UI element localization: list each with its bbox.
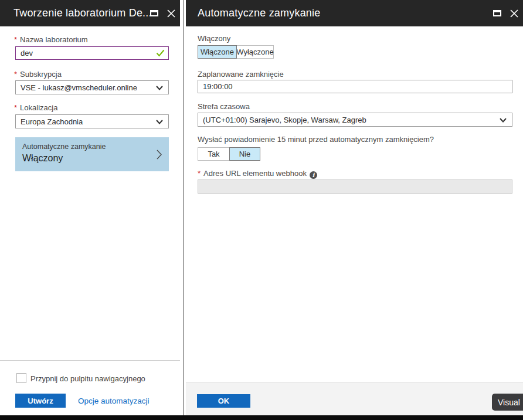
pin-to-dashboard-checkbox[interactable] (16, 373, 26, 383)
maximize-icon[interactable] (493, 10, 501, 16)
enabled-label: Włączony (198, 34, 230, 43)
lab-name-label: *Nazwa laboratorium (14, 35, 88, 44)
blade-divider (183, 0, 184, 416)
create-lab-blade-title: Tworzenie laboratorium De... (0, 7, 150, 19)
left-footer-divider (0, 360, 180, 361)
location-label: *Lokalizacja (14, 103, 57, 112)
notification-yes-option[interactable]: Tak (198, 147, 230, 161)
webhook-url-input (198, 179, 512, 194)
timezone-value: (UTC+01:00) Sarajevo, Skopje, Warsaw, Za… (203, 116, 366, 124)
valid-check-icon (156, 49, 165, 57)
bottom-bar (0, 415, 523, 420)
autoshutdown-blade-header: Automatyczne zamykanie (186, 0, 523, 26)
notification-label: Wysłać powiadomienie 15 minut przed auto… (198, 135, 434, 144)
enabled-off-option[interactable]: Wyłączone (236, 45, 274, 59)
chevron-down-icon (156, 86, 163, 90)
autoshutdown-blade: Automatyczne zamykanie Włączony Włączone… (186, 0, 523, 420)
maximize-icon[interactable] (150, 10, 158, 16)
screen: Tworzenie laboratorium De... *Nazwa labo… (0, 0, 523, 420)
right-blade-footer: OK (186, 382, 523, 416)
enabled-on-option[interactable]: Włączone (198, 45, 237, 59)
create-lab-blade: Tworzenie laboratorium De... *Nazwa labo… (0, 0, 180, 420)
autoshutdown-blade-title: Automatyczne zamykanie (186, 7, 321, 19)
chevron-down-icon (500, 118, 507, 123)
location-select[interactable]: Europa Zachodnia (15, 114, 169, 128)
timezone-label: Strefa czasowa (198, 102, 250, 111)
notification-no-option[interactable]: Nie (229, 147, 260, 161)
chevron-right-icon (157, 150, 162, 160)
scheduled-shutdown-input[interactable] (198, 80, 512, 93)
create-lab-header-icons (150, 9, 180, 18)
lab-name-input[interactable] (15, 46, 169, 60)
notification-toggle: Tak Nie (198, 147, 260, 161)
required-asterisk: * (198, 169, 201, 178)
enabled-toggle: Włączone Wyłączone (198, 45, 274, 59)
ok-button[interactable]: OK (197, 394, 250, 408)
location-value: Europa Zachodnia (21, 117, 83, 126)
required-asterisk: * (14, 35, 17, 44)
autoshutdown-header-icons (493, 9, 523, 18)
subscription-value: VSE - lukasz@vmscheduler.online (21, 83, 137, 92)
timezone-select[interactable]: (UTC+01:00) Sarajevo, Skopje, Warsaw, Za… (198, 113, 512, 127)
close-icon[interactable] (510, 9, 518, 18)
required-asterisk: * (14, 70, 17, 79)
required-asterisk: * (14, 103, 17, 112)
automation-options-link[interactable]: Opcje automatyzacji (78, 397, 150, 405)
close-icon[interactable] (167, 9, 175, 18)
webhook-label: *Adres URL elementu webhooki (198, 169, 317, 179)
create-button[interactable]: Utwórz (15, 394, 66, 408)
pin-to-dashboard-label: Przypnij do pulpitu nawigacyjnego (30, 374, 145, 383)
subscription-select[interactable]: VSE - lukasz@vmscheduler.online (15, 80, 169, 94)
autoshutdown-tile-value: Włączony (22, 153, 63, 164)
subscription-label: *Subskrypcja (14, 70, 62, 79)
info-icon[interactable]: i (310, 171, 317, 179)
create-lab-blade-header: Tworzenie laboratorium De... (0, 0, 180, 26)
autoshutdown-tile-label: Automatyczne zamykanie (22, 143, 106, 151)
autoshutdown-tile[interactable]: Automatyczne zamykanie Włączony (15, 137, 169, 171)
scheduled-shutdown-label: Zaplanowane zamknięcie (198, 70, 284, 79)
chevron-down-icon (156, 120, 163, 124)
visual-overlay-button[interactable]: Visual (492, 394, 523, 411)
